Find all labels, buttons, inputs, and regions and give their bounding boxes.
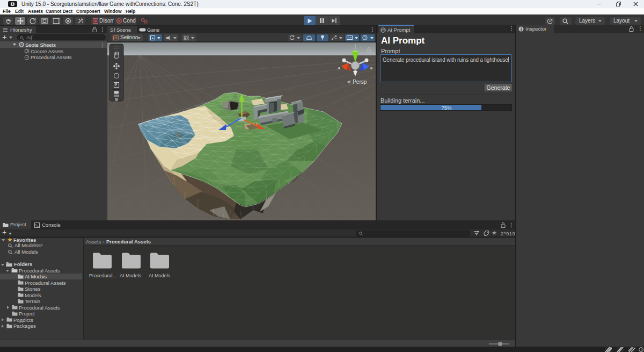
svg-text:⋖ Persp: ⋖ Persp (347, 79, 367, 85)
